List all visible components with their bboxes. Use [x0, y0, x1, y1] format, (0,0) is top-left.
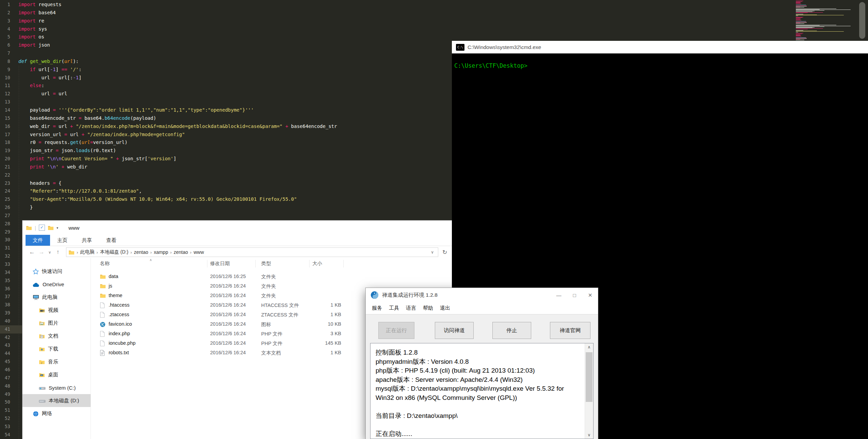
- tab-查看[interactable]: 查看: [99, 235, 124, 246]
- maximize-button[interactable]: □: [567, 288, 582, 302]
- back-button[interactable]: ←: [28, 249, 36, 256]
- line-number: 32: [0, 252, 16, 260]
- line-number: 43: [0, 341, 16, 349]
- breadcrumb-item[interactable]: 此电脑: [80, 249, 94, 255]
- refresh-icon[interactable]: ↻: [440, 249, 450, 256]
- sidebar-item-drive-system[interactable]: System (C:): [22, 381, 91, 394]
- line-number: 22: [0, 171, 16, 179]
- minimap-line: [796, 13, 808, 13]
- minimap-line: [796, 34, 800, 35]
- sidebar-item-folder-pictures[interactable]: 图片: [22, 316, 91, 329]
- sidebar-item-star[interactable]: 快速访问: [22, 265, 91, 278]
- menu-item-语言[interactable]: 语言: [403, 305, 420, 311]
- qat-customize-caret-icon[interactable]: ▾: [57, 226, 58, 230]
- column-header-4[interactable]: 大小: [312, 260, 322, 267]
- scroll-thumb[interactable]: [586, 352, 593, 402]
- zentao-button-访问禅道[interactable]: 访问禅道: [435, 322, 474, 339]
- line-number: 51: [0, 406, 16, 414]
- close-button[interactable]: ×: [582, 288, 598, 302]
- address-folder-icon: [68, 249, 75, 255]
- sidebar-item-cloud[interactable]: OneDrive: [22, 278, 91, 291]
- minimap[interactable]: [796, 1, 856, 40]
- menu-item-帮助[interactable]: 帮助: [420, 305, 437, 311]
- breadcrumb-item[interactable]: xampp: [154, 249, 168, 255]
- folder-icon: [100, 293, 106, 298]
- zentao-console: 控制面板 1.2.8phpmyadmin版本 : Version 4.0.8ph…: [370, 343, 594, 439]
- sidebar-item-network[interactable]: 网络: [22, 407, 91, 420]
- zentao-window: 禅道集成运行环境 1.2.8 — □ × 服务工具语言帮助退出 正在运行访问禅道…: [365, 288, 598, 439]
- line-number: 7: [0, 49, 16, 58]
- breadcrumb-item[interactable]: zentao: [174, 249, 188, 255]
- tab-文件[interactable]: 文件: [26, 235, 50, 246]
- history-caret-icon[interactable]: ∨: [47, 250, 52, 255]
- file-size: 1 KB: [309, 312, 341, 317]
- line-number: 23: [0, 179, 16, 188]
- line-number: 45: [0, 358, 16, 366]
- file-row[interactable]: data2016/12/6 16:25文件夹: [91, 272, 452, 282]
- address-bar[interactable]: ›此电脑›本地磁盘 (D:)›zentao›xampp›zentao›www∨: [66, 247, 438, 257]
- minimap-line: [796, 40, 804, 40]
- zentao-titlebar[interactable]: 禅道集成运行环境 1.2.8 — □ ×: [366, 288, 598, 302]
- column-header-2[interactable]: 修改日期: [210, 260, 230, 267]
- sidebar-item-folder-documents[interactable]: 文档: [22, 329, 91, 342]
- sidebar-item-folder-desktop[interactable]: 桌面: [22, 368, 91, 381]
- line-number: 41: [0, 325, 16, 334]
- explorer-titlebar[interactable]: | ✓ ▾ www: [22, 221, 452, 235]
- minimap-line: [796, 19, 800, 20]
- line-number: 29: [0, 228, 16, 236]
- scroll-down-icon[interactable]: ∨: [585, 431, 593, 439]
- sidebar-item-folder-downloads[interactable]: 下载: [22, 342, 91, 355]
- line-number: 14: [0, 106, 16, 114]
- sidebar-item-folder-video[interactable]: 视频: [22, 304, 91, 316]
- drive-icon: [39, 397, 46, 403]
- zentao-console-scrollbar[interactable]: ∧ ∨: [585, 343, 593, 439]
- line-number: 44: [0, 349, 16, 358]
- zentao-button-禅道官网[interactable]: 禅道官网: [550, 322, 590, 339]
- breadcrumb-item[interactable]: zentao: [134, 249, 148, 255]
- sidebar-item-pc[interactable]: 此电脑: [22, 291, 91, 304]
- line-number: 3: [0, 17, 16, 25]
- line-number: 53: [0, 423, 16, 431]
- editor-scrollbar-thumb[interactable]: [859, 2, 865, 39]
- line-number: 54: [0, 431, 16, 439]
- line-number: 35: [0, 277, 16, 285]
- file-name: favicon.ico: [109, 321, 132, 327]
- line-number: 8: [0, 58, 16, 66]
- qat-newfolder-icon[interactable]: [48, 225, 54, 231]
- menu-item-工具[interactable]: 工具: [385, 305, 403, 311]
- line-number: 34: [0, 269, 16, 277]
- minimize-button[interactable]: —: [551, 288, 567, 302]
- cmd-terminal[interactable]: C:\Users\CTF\Desktop>: [452, 53, 868, 69]
- qat-properties-icon[interactable]: ✓: [39, 225, 45, 231]
- sidebar-item-folder-music[interactable]: ♪音乐: [22, 355, 91, 368]
- address-dropdown-icon[interactable]: ∨: [429, 250, 436, 255]
- line-number: 4: [0, 25, 16, 33]
- minimap-line: [796, 9, 836, 9]
- menu-item-服务[interactable]: 服务: [368, 305, 385, 311]
- up-button[interactable]: ↑: [54, 249, 62, 256]
- scroll-up-icon[interactable]: ∧: [585, 343, 593, 351]
- column-separator: [255, 260, 256, 267]
- console-line: [376, 420, 582, 429]
- column-header-1[interactable]: 名称: [100, 260, 110, 267]
- menu-item-退出[interactable]: 退出: [437, 305, 454, 311]
- file-date: 2016/12/6 16:25: [210, 274, 246, 279]
- cmd-titlebar[interactable]: C:\ C:\Windows\system32\cmd.exe: [452, 41, 868, 53]
- tab-共享[interactable]: 共享: [75, 235, 99, 246]
- minimap-line: [796, 29, 808, 29]
- file-date: 2016/12/6 16:24: [210, 340, 246, 346]
- file-type: 文件夹: [261, 274, 276, 280]
- breadcrumb-item[interactable]: 本地磁盘 (D:): [100, 249, 128, 255]
- line-number: 10: [0, 74, 16, 82]
- sidebar-item-label: 本地磁盘 (D:): [49, 397, 79, 404]
- breadcrumb-item[interactable]: www: [193, 249, 204, 255]
- sidebar-item-drive[interactable]: 本地磁盘 (D:): [22, 394, 91, 407]
- line-number: 24: [0, 187, 16, 195]
- file-name: theme: [109, 293, 122, 298]
- column-header-3[interactable]: 类型: [261, 260, 271, 267]
- line-number: 25: [0, 195, 16, 204]
- forward-button[interactable]: →: [37, 249, 46, 256]
- pc-icon: [33, 294, 39, 300]
- tab-主页[interactable]: 主页: [50, 235, 75, 246]
- zentao-button-停止[interactable]: 停止: [492, 322, 531, 339]
